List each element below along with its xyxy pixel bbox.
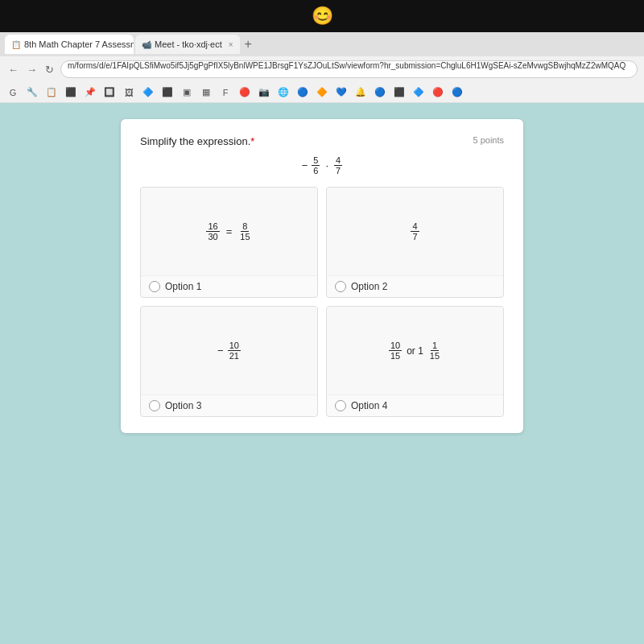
- top-bar: 😊: [0, 0, 644, 32]
- bookmark-10[interactable]: ▣: [179, 85, 195, 101]
- option-2-image: 4 7: [327, 188, 503, 276]
- option-3-image: − 10 21: [141, 307, 317, 395]
- bookmark-14[interactable]: 📷: [256, 85, 272, 101]
- tab-meet-label: Meet - tko·xdj·ect: [155, 39, 222, 49]
- tab-meet[interactable]: 📹 Meet - tko·xdj·ect ×: [135, 35, 240, 54]
- new-tab-button[interactable]: +: [242, 37, 255, 52]
- option-2-label: Option 2: [351, 281, 387, 292]
- bookmark-4[interactable]: ⬛: [63, 85, 79, 101]
- option-4-radio[interactable]: [335, 400, 346, 411]
- bookmark-13[interactable]: 🔴: [237, 85, 253, 101]
- options-grid: 16 30 = 8 15 Option 1: [140, 187, 504, 417]
- opt1-frac-8-15: 8 15: [238, 221, 251, 242]
- question-text: Simplify the expression.*: [140, 135, 254, 147]
- bookmark-16[interactable]: 🔵: [295, 85, 311, 101]
- bookmark-18[interactable]: 💙: [333, 85, 349, 101]
- option-3-radio[interactable]: [149, 400, 160, 411]
- bookmark-20[interactable]: 🔵: [372, 85, 388, 101]
- tab-math[interactable]: 📋 8th Math Chapter 7 Assessment ×: [5, 35, 134, 54]
- bookmark-9[interactable]: ⬛: [159, 85, 175, 101]
- tab-bar: 📋 8th Math Chapter 7 Assessment × 📹 Meet…: [0, 32, 644, 56]
- option-3-label: Option 3: [165, 400, 201, 411]
- option-4-box[interactable]: 10 15 or 1 1 15 Option 4: [326, 306, 504, 417]
- bookmark-22[interactable]: 🔷: [411, 85, 427, 101]
- frac-4-7: 4 7: [334, 155, 342, 175]
- tab-meet-close[interactable]: ×: [229, 40, 233, 49]
- bookmarks-bar: G 🔧 📋 ⬛ 📌 🔲 🖼 🔷 ⬛ ▣ ▦ F 🔴 📷 🌐 🔵 🔶 💙 🔔 🔵 …: [0, 82, 644, 103]
- forward-button[interactable]: →: [25, 64, 39, 76]
- bookmark-6[interactable]: 🔲: [101, 85, 118, 101]
- bookmark-15[interactable]: 🌐: [275, 85, 291, 101]
- browser-chrome: 📋 8th Math Chapter 7 Assessment × 📹 Meet…: [0, 32, 644, 103]
- option-4-image: 10 15 or 1 1 15: [327, 307, 503, 395]
- question-points: 5 points: [473, 135, 504, 145]
- option-1-box[interactable]: 16 30 = 8 15 Option 1: [140, 187, 318, 298]
- tab-meet-icon: 📹: [142, 40, 151, 49]
- bookmark-3[interactable]: 📋: [43, 85, 60, 101]
- option-2-box[interactable]: 4 7 Option 2: [326, 187, 504, 298]
- page-content: Simplify the expression.* 5 points − 5 6…: [0, 103, 644, 644]
- bookmark-19[interactable]: 🔔: [353, 85, 369, 101]
- option-1-radio[interactable]: [149, 281, 160, 292]
- bookmark-21[interactable]: ⬛: [391, 85, 407, 101]
- required-marker: *: [250, 135, 254, 147]
- opt4-frac-1-15: 1 15: [428, 341, 441, 361]
- bookmark-17[interactable]: 🔶: [314, 85, 330, 101]
- bookmark-11[interactable]: ▦: [198, 85, 214, 101]
- opt2-frac-4-7: 4 7: [411, 221, 419, 242]
- bookmark-23[interactable]: 🔴: [430, 85, 446, 101]
- tab-math-label: 8th Math Chapter 7 Assessment: [24, 39, 134, 49]
- refresh-button[interactable]: ↻: [43, 64, 56, 76]
- option-2-radio[interactable]: [335, 281, 346, 292]
- option-1-label: Option 1: [165, 281, 201, 292]
- bookmark-g[interactable]: G: [5, 85, 21, 101]
- frac-5-6: 5 6: [312, 155, 320, 175]
- opt3-frac-10-21: 10 21: [228, 341, 241, 361]
- question-header: Simplify the expression.* 5 points: [140, 135, 504, 147]
- option-3-label-row: Option 3: [141, 395, 317, 416]
- option-4-label-row: Option 4: [327, 395, 503, 416]
- back-button[interactable]: ←: [6, 64, 20, 76]
- bookmark-5[interactable]: 📌: [82, 85, 98, 101]
- option-1-label-row: Option 1: [141, 276, 317, 297]
- bookmark-24[interactable]: 🔵: [449, 85, 465, 101]
- bookmark-7[interactable]: 🖼: [121, 85, 137, 101]
- bookmark-f[interactable]: F: [217, 85, 233, 101]
- bookmark-2[interactable]: 🔧: [24, 85, 40, 101]
- opt4-frac-10-15: 10 15: [389, 341, 402, 361]
- tab-math-icon: 📋: [11, 40, 21, 49]
- option-2-label-row: Option 2: [327, 276, 503, 297]
- bookmark-8[interactable]: 🔷: [140, 85, 156, 101]
- opt1-frac-16-30: 16 30: [206, 221, 219, 242]
- option-4-label: Option 4: [351, 400, 387, 411]
- option-3-box[interactable]: − 10 21 Option 3: [140, 306, 318, 417]
- expression-display: − 5 6 · 4 7: [140, 155, 504, 175]
- address-input[interactable]: m/forms/d/e/1FAIpQLSfiMwo5if5Jj5gPgPfIX5…: [60, 60, 638, 78]
- address-bar: ← → ↻ m/forms/d/e/1FAIpQLSfiMwo5if5Jj5gP…: [0, 56, 644, 82]
- emoji-icon: 😊: [312, 6, 333, 27]
- question-card: Simplify the expression.* 5 points − 5 6…: [121, 119, 523, 433]
- option-1-image: 16 30 = 8 15: [141, 188, 317, 276]
